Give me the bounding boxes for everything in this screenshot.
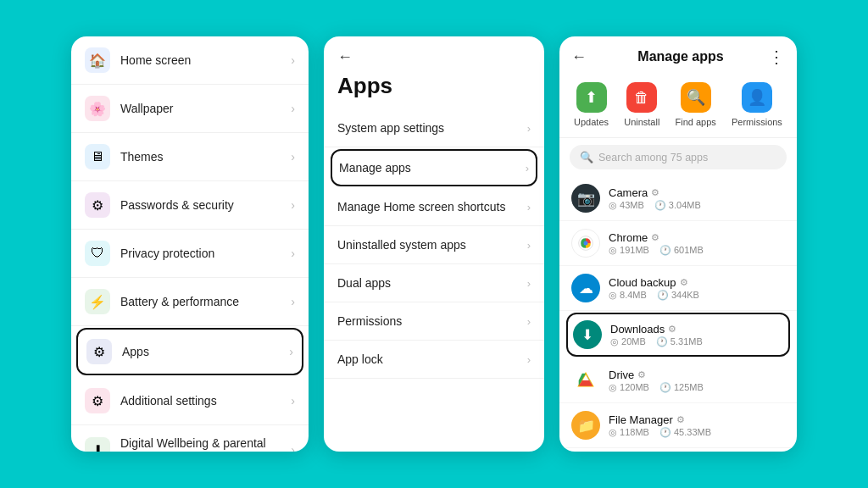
apps-title: Apps [324,69,544,109]
drive-name: Drive ⚙ [609,369,785,381]
digital-wellbeing-icon: ⬇ [85,437,110,452]
menu-item-uninstalled-system-apps[interactable]: Uninstalled system apps› [324,226,544,264]
search-bar[interactable]: 🔍 Search among 75 apps [570,145,787,169]
sidebar-item-passwords-security[interactable]: ⚙Passwords & security› [71,181,309,230]
app-item-file-manager[interactable]: 📁File Manager ⚙◎ 118MB🕐 45.33MB [559,403,797,448]
file-manager-cache: 🕐 45.33MB [659,427,711,438]
uninstall-label: Uninstall [624,117,659,127]
settings-icon: ⚙ [668,324,676,335]
apps-menu-list: System app settings›Manage apps›Manage H… [324,109,544,379]
manage-back-button[interactable]: ← [571,48,587,66]
apps-icon: ⚙ [86,339,112,364]
app-item-drive[interactable]: Drive ⚙◎ 120MB🕐 125MB [559,358,797,403]
chevron-right-icon: › [527,353,531,366]
manage-apps-screen: ← Manage apps ⋮ ⬆Updates🗑Uninstall🔍Find … [559,36,797,452]
downloads-info: Downloads ⚙◎ 20MB🕐 5.31MB [610,323,783,347]
passwords-security-icon: ⚙ [85,192,110,218]
settings-icon: ⚙ [676,414,685,425]
chevron-right-icon: › [527,315,531,328]
cloud-backup-meta: ◎ 8.4MB🕐 344KB [609,290,785,301]
apps-label: Apps [122,345,289,358]
sidebar-item-themes[interactable]: 🖥Themes› [71,133,309,181]
sidebar-item-battery-performance[interactable]: ⚡Battery & performance› [71,278,309,326]
sidebar-item-additional-settings[interactable]: ⚙Additional settings› [71,377,309,425]
downloads-name: Downloads ⚙ [610,323,783,336]
app-item-camera[interactable]: 📷Camera ⚙◎ 43MB🕐 3.04MB [559,176,797,221]
back-button[interactable]: ← [337,48,353,66]
chevron-right-icon: › [527,239,531,252]
quick-action-find-apps[interactable]: 🔍Find apps [676,82,716,127]
app-item-cloud-backup[interactable]: ☁Cloud backup ⚙◎ 8.4MB🕐 344KB [559,266,797,311]
privacy-protection-label: Privacy protection [120,247,291,260]
file-manager-storage: ◎ 118MB [609,427,649,438]
menu-item-app-lock[interactable]: App lock› [324,341,544,379]
downloads-meta: ◎ 20MB🕐 5.31MB [610,336,783,347]
chevron-right-icon: › [291,150,295,164]
chrome-meta: ◎ 191MB🕐 601MB [609,245,785,256]
downloads-storage: ◎ 20MB [610,336,646,347]
sidebar-item-apps[interactable]: ⚙Apps› [76,328,303,375]
find-apps-label: Find apps [676,117,716,127]
passwords-security-label: Passwords & security [120,198,291,212]
app-item-chrome[interactable]: Chrome ⚙◎ 191MB🕐 601MB [559,221,797,266]
app-list: 📷Camera ⚙◎ 43MB🕐 3.04MBChrome ⚙◎ 191MB🕐 … [559,176,797,448]
manage-apps-header: ← Manage apps ⋮ [559,36,797,74]
chrome-icon [571,229,600,258]
menu-item-permissions[interactable]: Permissions› [324,302,544,341]
sidebar-item-wallpaper[interactable]: 🌸Wallpaper› [71,85,309,133]
manage-apps-label: Manage apps [339,161,526,175]
search-placeholder: Search among 75 apps [598,152,708,164]
settings-screen: 🏠Home screen›🌸Wallpaper›🖥Themes›⚙Passwor… [71,36,309,452]
app-lock-label: App lock [337,352,527,366]
sidebar-item-privacy-protection[interactable]: 🛡Privacy protection› [71,230,309,278]
dual-apps-label: Dual apps [337,276,527,290]
chevron-right-icon: › [291,295,295,308]
screens-container: 🏠Home screen›🌸Wallpaper›🖥Themes›⚙Passwor… [51,16,817,472]
chevron-right-icon: › [291,394,295,408]
settings-icon: ⚙ [651,232,659,243]
menu-item-system-app-settings[interactable]: System app settings› [324,109,544,147]
settings-icon: ⚙ [637,369,646,380]
apps-header: ← [324,36,544,69]
digital-wellbeing-label: Digital Wellbeing & parental controls [120,436,291,452]
drive-cache: 🕐 125MB [659,382,704,393]
camera-icon: 📷 [571,184,600,213]
apps-screen: ← Apps System app settings›Manage apps›M… [324,36,544,452]
chrome-cache: 🕐 601MB [659,245,704,256]
home-screen-label: Home screen [120,53,291,67]
downloads-cache: 🕐 5.31MB [656,336,703,347]
system-app-settings-label: System app settings [337,121,527,135]
manage-apps-title: Manage apps [593,49,768,64]
menu-item-manage-home-screen[interactable]: Manage Home screen shortcuts› [324,188,544,226]
chrome-storage: ◎ 191MB [609,245,649,256]
drive-info: Drive ⚙◎ 120MB🕐 125MB [609,369,785,393]
additional-settings-label: Additional settings [120,394,291,408]
menu-item-dual-apps[interactable]: Dual apps› [324,264,544,302]
more-options-button[interactable]: ⋮ [768,47,785,67]
cloud-backup-storage: ◎ 8.4MB [609,290,647,301]
menu-item-manage-apps[interactable]: Manage apps› [331,149,537,186]
app-item-downloads[interactable]: ⬇Downloads ⚙◎ 20MB🕐 5.31MB [566,313,790,357]
camera-name: Camera ⚙ [609,186,785,199]
permissions-label: Permissions [732,117,782,127]
settings-list: 🏠Home screen›🌸Wallpaper›🖥Themes›⚙Passwor… [71,36,309,452]
cloud-backup-name: Cloud backup ⚙ [609,276,785,289]
themes-label: Themes [120,150,291,164]
sidebar-item-home-screen[interactable]: 🏠Home screen› [71,36,309,85]
updates-label: Updates [574,117,609,127]
camera-storage: ◎ 43MB [609,200,644,211]
drive-meta: ◎ 120MB🕐 125MB [609,382,785,393]
permissions-icon: 👤 [742,82,772,113]
sidebar-item-digital-wellbeing[interactable]: ⬇Digital Wellbeing & parental controls› [71,425,309,452]
chrome-name: Chrome ⚙ [609,231,785,244]
chevron-right-icon: › [527,277,531,290]
chrome-info: Chrome ⚙◎ 191MB🕐 601MB [609,231,785,256]
cloud-backup-icon: ☁ [571,274,600,302]
camera-meta: ◎ 43MB🕐 3.04MB [609,200,785,211]
quick-action-updates[interactable]: ⬆Updates [574,82,609,127]
quick-action-uninstall[interactable]: 🗑Uninstall [624,82,659,127]
cloud-backup-info: Cloud backup ⚙◎ 8.4MB🕐 344KB [609,276,785,301]
file-manager-info: File Manager ⚙◎ 118MB🕐 45.33MB [609,413,785,438]
quick-action-permissions[interactable]: 👤Permissions [732,82,782,127]
chevron-right-icon: › [291,247,295,260]
